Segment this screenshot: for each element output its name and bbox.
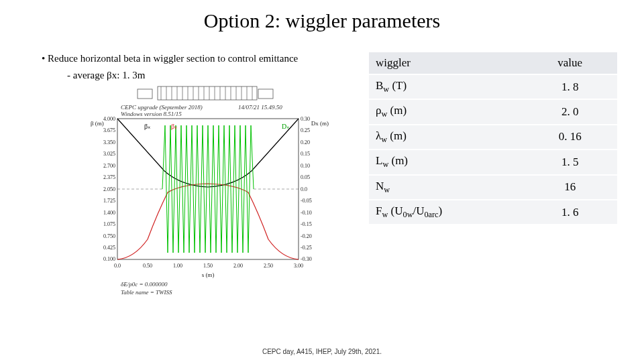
chart-prog-line1: CEPC upgrade (September 2018) [121,104,203,111]
slide-title: Option 2: wiggler parameters [0,9,644,32]
svg-text:0.25: 0.25 [301,127,310,133]
svg-text:-0.20: -0.20 [301,233,312,239]
svg-text:0.100: 0.100 [103,256,115,262]
svg-rect-20 [158,86,257,100]
chart-svg: 4.0003.6753.350 3.0252.7002.375 2.0501.7… [80,85,335,300]
svg-text:0.0: 0.0 [301,186,307,192]
x-ticks: 0.00.501.00 1.502.002.50 3.00 [114,263,303,269]
chart-prog-line2: Windows version 8.51/15 [121,111,182,117]
svg-rect-0 [138,89,152,99]
table-header-param: wiggler [369,52,523,74]
param-name: Nw [369,175,523,200]
svg-text:2.700: 2.700 [103,163,115,169]
y-right-label: Dx (m) [311,120,329,127]
bullet-text: • Reduce horizontal beta in wiggler sect… [52,52,356,66]
svg-text:1.400: 1.400 [103,210,115,216]
left-column: • Reduce horizontal beta in wiggler sect… [27,52,356,300]
svg-text:1.00: 1.00 [173,263,182,269]
svg-text:3.350: 3.350 [103,139,115,145]
param-name: Fw (U0w/U0arc) [369,200,523,225]
beta-y-curve [117,184,299,259]
dx-label: Dₓ [282,123,289,130]
svg-text:0.0: 0.0 [114,263,121,269]
svg-rect-1 [258,89,273,99]
param-value: 1. 5 [523,149,617,174]
svg-text:2.375: 2.375 [103,174,115,180]
svg-text:0.20: 0.20 [301,139,310,145]
svg-text:-0.10: -0.10 [301,210,312,216]
svg-text:2.050: 2.050 [103,186,115,192]
svg-text:-0.15: -0.15 [301,221,312,227]
svg-text:0.10: 0.10 [301,163,310,169]
table-header-value: value [523,52,617,74]
y-left-ticks: 4.0003.6753.350 3.0252.7002.375 2.0501.7… [103,116,115,262]
svg-text:3.025: 3.025 [103,151,115,157]
svg-text:0.05: 0.05 [301,174,310,180]
parameter-table: wiggler value Bw (T)1. 8ρw (m)2. 0λw (m)… [369,52,617,225]
x-label: s (m) [202,272,215,278]
table-row: λw (m)0. 16 [369,125,617,149]
param-name: λw (m) [369,125,523,149]
beta-x-label: βₓ [144,123,150,130]
chart-delta-e: δE/p0c = 0.000000 [121,281,168,288]
content-area: • Reduce horizontal beta in wiggler sect… [0,52,644,300]
sub-bullet: - average βx: 1. 3m [67,70,356,81]
svg-text:1.50: 1.50 [203,263,213,269]
svg-text:3.00: 3.00 [294,263,303,269]
bullet-content: Reduce horizontal beta in wiggler sectio… [48,53,298,64]
param-value: 16 [523,175,617,200]
param-value: 1. 8 [523,74,617,99]
chart-date: 14/07/21 15.49.50 [238,104,282,111]
svg-text:1.725: 1.725 [103,198,115,204]
right-column: wiggler value Bw (T)1. 8ρw (m)2. 0λw (m)… [369,52,617,300]
svg-text:4.000: 4.000 [103,116,115,122]
param-value: 2. 0 [523,99,617,124]
param-name: Lw (m) [369,149,523,174]
svg-text:-0.25: -0.25 [301,245,312,251]
dx-curve [117,125,299,253]
beta-y-label: βᵧ [171,123,177,130]
svg-text:2.50: 2.50 [264,263,273,269]
svg-text:0.750: 0.750 [103,233,115,239]
svg-text:0.50: 0.50 [143,263,152,269]
twiss-chart: CEPC upgrade (September 2018) Windows ve… [80,85,335,300]
svg-text:0.425: 0.425 [103,245,115,251]
svg-text:1.075: 1.075 [103,221,115,227]
param-name: ρw (m) [369,99,523,124]
param-name: Bw (T) [369,74,523,99]
param-value: 0. 16 [523,125,617,149]
svg-text:-0.30: -0.30 [301,256,312,262]
svg-text:0.30: 0.30 [301,116,310,122]
table-row: Fw (U0w/U0arc)1. 6 [369,200,617,225]
table-row: Bw (T)1. 8 [369,74,617,99]
table-row: Lw (m)1. 5 [369,149,617,174]
y-left-label: β (m) [91,120,104,127]
svg-text:-0.05: -0.05 [301,198,312,204]
lattice-schematic [138,86,273,100]
svg-text:3.675: 3.675 [103,127,115,133]
slide-footer: CEPC day, A415, IHEP, July 29th, 2021. [0,348,644,355]
y-right-ticks: 0.300.250.20 0.150.100.05 0.0-0.05-0.10 … [301,116,312,262]
chart-table-name: Table name = TWISS [121,289,172,296]
svg-text:2.00: 2.00 [233,263,243,269]
table-row: Nw16 [369,175,617,200]
table-row: ρw (m)2. 0 [369,99,617,124]
param-value: 1. 6 [523,200,617,225]
svg-text:0.15: 0.15 [301,151,310,157]
